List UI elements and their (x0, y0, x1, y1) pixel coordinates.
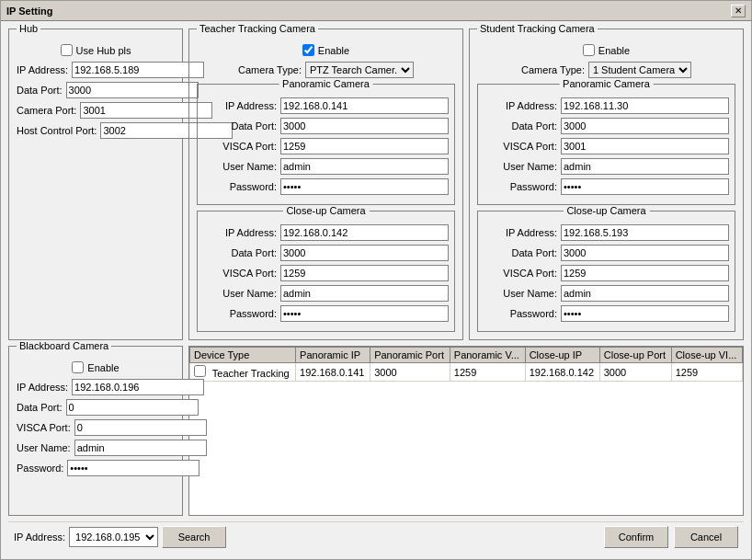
teacher-cu-ip-row: IP Address: (203, 224, 449, 241)
student-enable-label: Enable (598, 45, 630, 56)
bottom-ip-select[interactable]: 192.168.0.195 (69, 527, 158, 547)
bb-pass-row: Password: (17, 460, 175, 476)
teacher-cu-data-port-row: Data Port: (203, 245, 449, 261)
student-cu-visca-label: VISCA Port: (484, 268, 557, 279)
student-pano-user-input[interactable] (561, 158, 729, 175)
hub-ip-label: IP Address: (17, 64, 68, 75)
bb-data-port-input[interactable] (66, 399, 199, 416)
hub-checkbox[interactable] (61, 44, 73, 56)
hub-ip-input[interactable] (72, 62, 204, 78)
teacher-pano-visca-input[interactable] (280, 138, 449, 154)
bb-data-port-label: Data Port: (17, 402, 63, 413)
student-pano-pass-input[interactable] (561, 178, 729, 195)
student-pano-data-port-input[interactable] (561, 118, 729, 134)
student-cu-pass-input[interactable] (561, 305, 729, 322)
blackboard-enable-label: Enable (87, 362, 119, 373)
student-cu-ip-row: IP Address: (484, 224, 729, 241)
bb-ip-input[interactable] (72, 379, 204, 395)
teacher-panel: Teacher Tracking Camera Enable Camera Ty… (188, 29, 463, 340)
bottom-bar-left: IP Address: 192.168.0.195 Search (14, 526, 598, 548)
bb-ip-label: IP Address: (17, 382, 68, 393)
teacher-cu-visca-row: VISCA Port: (203, 265, 449, 281)
student-cu-visca-row: VISCA Port: (484, 265, 729, 281)
row-checkbox[interactable] (194, 365, 206, 377)
teacher-camera-type-select[interactable]: PTZ Tearch Camer. Other (305, 62, 414, 78)
student-cu-visca-input[interactable] (561, 265, 729, 281)
student-pano-ip-input[interactable] (561, 97, 729, 114)
cancel-button[interactable]: Cancel (674, 526, 738, 548)
student-enable-checkbox[interactable] (583, 44, 595, 56)
cell-device-type: Teacher Tracking (190, 363, 296, 382)
student-panel: Student Tracking Camera Enable Camera Ty… (469, 29, 744, 340)
close-button[interactable]: ✕ (731, 5, 746, 17)
teacher-pano-user-input[interactable] (280, 158, 449, 175)
teacher-camera-type-label: Camera Type: (238, 64, 302, 75)
teacher-cu-user-row: User Name: (203, 285, 449, 302)
teacher-cu-ip-label: IP Address: (203, 227, 277, 238)
teacher-pano-pass-input[interactable] (280, 178, 449, 195)
blackboard-panel: Blackboard Camera Enable IP Address: Dat… (8, 346, 183, 516)
col-panoramic-v: Panoramic V... (450, 348, 525, 363)
teacher-pano-data-port-row: Data Port: (203, 118, 449, 134)
top-panels: Hub Use Hub pls IP Address: Data Port: C… (8, 29, 744, 340)
col-closeup-vi: Close-up VI... (671, 348, 742, 363)
teacher-cu-pass-row: Password: (203, 305, 449, 322)
teacher-enable-label: Enable (318, 45, 349, 56)
student-cu-ip-input[interactable] (561, 224, 729, 241)
bb-visca-input[interactable] (74, 419, 207, 436)
hub-camera-port-row: Camera Port: (17, 102, 175, 119)
hub-host-control-label: Host Control Port: (17, 125, 97, 136)
blackboard-enable-checkbox[interactable] (72, 361, 84, 373)
teacher-cu-user-input[interactable] (280, 285, 449, 302)
hub-label: Hub (17, 23, 40, 34)
cell-panoramic-port: 3000 (370, 363, 450, 382)
cell-closeup-port: 3000 (599, 363, 671, 382)
window-title: IP Setting (6, 6, 53, 17)
student-pano-visca-label: VISCA Port: (484, 141, 557, 152)
search-button[interactable]: Search (162, 526, 226, 548)
cell-panoramic-v: 1259 (450, 363, 525, 382)
bottom-bar: IP Address: 192.168.0.195 Search Confirm… (8, 521, 744, 552)
col-device-type: Device Type (190, 348, 296, 363)
teacher-pano-ip-input[interactable] (280, 97, 449, 114)
bb-user-input[interactable] (74, 440, 207, 456)
student-cu-data-port-input[interactable] (561, 245, 729, 261)
student-pano-data-port-label: Data Port: (484, 120, 557, 131)
teacher-panoramic-group: Panoramic Camera IP Address: Data Port: … (197, 84, 455, 205)
teacher-cu-ip-input[interactable] (280, 224, 449, 241)
student-cu-user-label: User Name: (484, 288, 557, 299)
student-pano-user-label: User Name: (484, 161, 557, 172)
teacher-pano-data-port-input[interactable] (280, 118, 449, 134)
hub-data-port-input[interactable] (66, 82, 199, 98)
student-cu-user-row: User Name: (484, 285, 729, 302)
student-camera-type-select[interactable]: 1 Student Camera Other (588, 62, 691, 78)
teacher-cu-pass-label: Password: (203, 308, 277, 319)
hub-data-port-label: Data Port: (17, 85, 63, 96)
student-cu-user-input[interactable] (561, 285, 729, 302)
hub-panel: Hub Use Hub pls IP Address: Data Port: C… (8, 29, 183, 340)
student-label: Student Tracking Camera (477, 23, 598, 34)
confirm-button[interactable]: Confirm (604, 526, 668, 548)
middle-row: Blackboard Camera Enable IP Address: Dat… (8, 346, 744, 516)
bb-user-label: User Name: (17, 442, 71, 453)
student-cu-pass-label: Password: (484, 308, 557, 319)
table-row[interactable]: Teacher Tracking 192.168.0.141 3000 1259… (190, 363, 743, 382)
teacher-enable-row: Enable (197, 44, 455, 56)
teacher-cu-data-port-label: Data Port: (203, 247, 277, 258)
teacher-closeup-label: Close-up Camera (282, 205, 369, 216)
teacher-pano-ip-label: IP Address: (203, 100, 277, 111)
teacher-cu-pass-input[interactable] (280, 305, 449, 322)
bb-pass-input[interactable] (67, 460, 199, 476)
teacher-cu-visca-input[interactable] (280, 265, 449, 281)
teacher-camera-type-row: Camera Type: PTZ Tearch Camer. Other (197, 62, 455, 78)
bottom-bar-right: Confirm Cancel (604, 526, 738, 548)
teacher-cu-data-port-input[interactable] (280, 245, 449, 261)
student-pano-visca-input[interactable] (561, 138, 729, 154)
teacher-enable-checkbox[interactable] (302, 44, 314, 56)
bb-user-row: User Name: (17, 440, 175, 456)
student-enable-row: Enable (477, 44, 735, 56)
student-pano-pass-row: Password: (484, 178, 729, 195)
blackboard-label: Blackboard Camera (17, 340, 111, 351)
teacher-pano-pass-label: Password: (203, 181, 277, 192)
student-pano-ip-label: IP Address: (484, 100, 557, 111)
